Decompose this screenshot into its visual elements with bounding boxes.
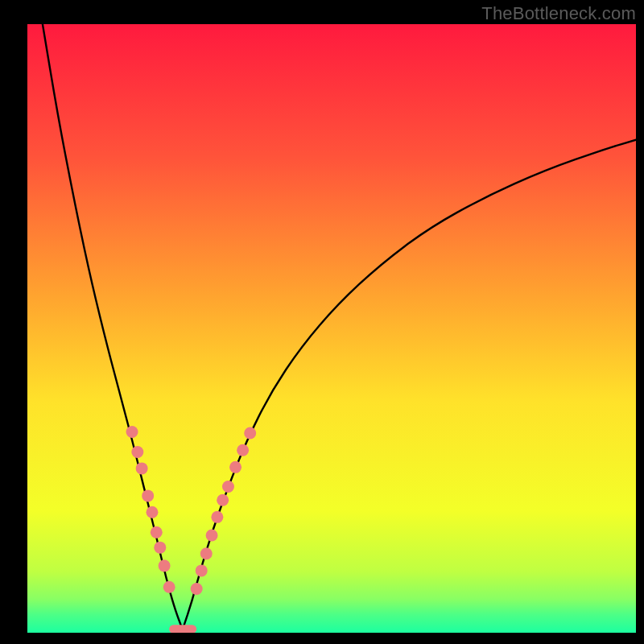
- left-dot: [126, 426, 138, 438]
- left-dot: [142, 489, 154, 502]
- watermark-text: TheBottleneck.com: [481, 3, 636, 24]
- right-dot: [211, 511, 223, 523]
- right-dot: [244, 427, 256, 440]
- right-dot: [196, 564, 208, 576]
- left-dot: [151, 526, 163, 539]
- chart-svg: [27, 24, 636, 633]
- left-dot: [159, 559, 171, 572]
- left-dot: [154, 542, 166, 554]
- left-dot: [136, 462, 148, 474]
- chart-background: [27, 24, 636, 633]
- right-dot: [222, 481, 234, 493]
- left-dot: [146, 506, 158, 518]
- right-dot: [206, 530, 218, 542]
- right-dot: [191, 583, 203, 595]
- chart-plot-area: [27, 24, 636, 633]
- chart-frame: TheBottleneck.com: [0, 0, 644, 644]
- right-dot: [237, 444, 249, 456]
- right-dot: [200, 547, 213, 559]
- right-dot: [217, 494, 229, 506]
- optimum-bar: [169, 625, 196, 633]
- left-dot: [163, 581, 175, 593]
- right-dot: [229, 461, 242, 473]
- left-dot: [131, 446, 143, 458]
